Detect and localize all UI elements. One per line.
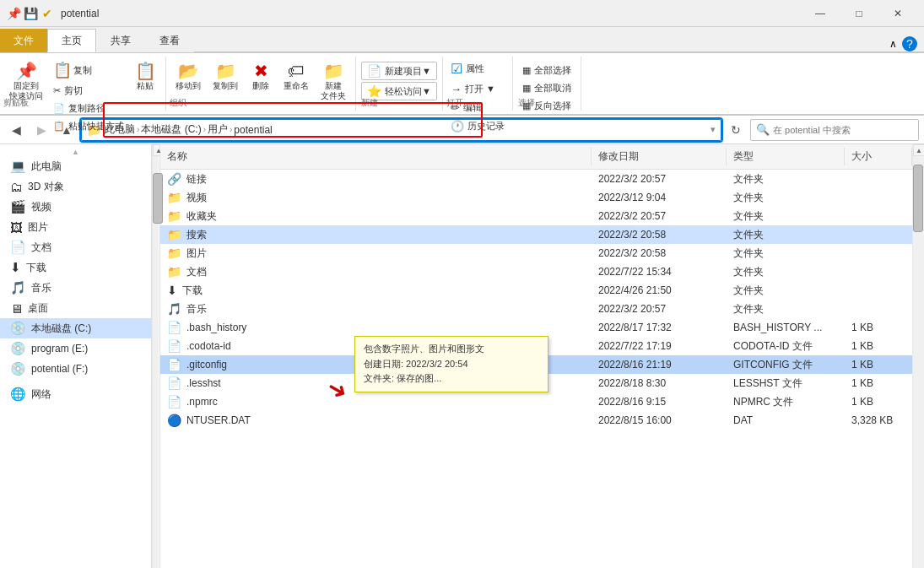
col-size[interactable]: 大小 [845, 148, 912, 165]
file-row-downloads[interactable]: ⬇下载 2022/4/26 21:50 文件夹 [160, 281, 912, 300]
file-row-documents[interactable]: 📁文档 2022/7/22 15:34 文件夹 [160, 262, 912, 281]
cut-button[interactable]: ✂ 剪切 [49, 82, 87, 100]
delete-button[interactable]: ✖ 删除 [244, 58, 278, 95]
sidebar-item-potentialf[interactable]: 💿 potential (F:) [0, 359, 151, 379]
pasteshortcut-button[interactable]: 📋 粘贴快捷方式 [49, 117, 128, 135]
lesshst-icon: 📄 [167, 376, 181, 390]
paste-button[interactable]: 📋 粘贴 [128, 58, 162, 95]
sidebar-item-network[interactable]: 🌐 网络 [0, 384, 151, 404]
title-bar-icons: 📌 💾 ✔ [7, 7, 54, 20]
sidebar-item-thispc[interactable]: 💻 此电脑 [0, 156, 151, 176]
breadcrumb-localc[interactable]: 本地磁盘 (C:) [141, 122, 201, 137]
localc-icon: 💿 [10, 321, 26, 336]
paste-icon: 📋 [53, 121, 65, 132]
breadcrumb-potential[interactable]: potential [234, 124, 272, 136]
file-row-favorites[interactable]: 📁收藏夹 2022/3/2 20:57 文件夹 [160, 207, 912, 225]
tab-share[interactable]: 共享 [96, 29, 145, 52]
sidebar-scroll-up[interactable]: ▲ [0, 148, 151, 156]
copy-button[interactable]: 📋 复制 [49, 58, 96, 82]
file-row-npmrc[interactable]: 📄.npmrc 2022/8/16 9:15 NPMRC 文件 1 KB [160, 392, 912, 411]
search-input[interactable] [773, 125, 913, 135]
3d-icon: 🗂 [10, 180, 23, 194]
file-list-scrollbar[interactable]: ▲ ▼ [912, 144, 924, 568]
search-icon: 🔍 [756, 123, 770, 136]
sidebar-item-localc[interactable]: 💿 本地磁盘 (C:) [0, 318, 151, 338]
gitconfig-icon: 📄 [167, 358, 181, 371]
delete-icon: ✖ [254, 62, 268, 79]
sidebar-item-3d[interactable]: 🗂 3D 对象 [0, 176, 151, 197]
selectnone-icon: ▦ [522, 83, 531, 94]
documents-icon: 📄 [10, 240, 26, 255]
sidebar-item-music[interactable]: 🎵 音乐 [0, 278, 151, 298]
sidebar-item-documents[interactable]: 📄 文档 [0, 237, 151, 257]
col-date[interactable]: 修改日期 [592, 148, 727, 165]
file-row-ntuserdat[interactable]: 🔵NTUSER.DAT 2022/8/15 16:00 DAT 3,328 KB [160, 411, 912, 430]
pin-icon[interactable]: 📌 [7, 7, 20, 20]
save-icon[interactable]: 💾 [24, 7, 37, 20]
sidebar-scrollbar[interactable]: ▲ ▼ [152, 144, 159, 568]
selectall-icon: ▦ [522, 65, 531, 76]
video-icon: 🎬 [10, 199, 26, 214]
col-type[interactable]: 类型 [727, 148, 845, 165]
file-row-music[interactable]: 🎵音乐 2022/3/2 20:57 文件夹 [160, 300, 912, 318]
pin-large-icon: 📌 [16, 62, 37, 79]
selectnone-button[interactable]: ▦ 全部取消 [518, 79, 575, 97]
newitem-button[interactable]: 📄 新建项目▼ [361, 62, 437, 80]
file-row-video[interactable]: 📁视频 2022/3/12 9:04 文件夹 [160, 188, 912, 207]
sidebar-scroll-thumb[interactable] [153, 173, 163, 224]
new-label: 新建 [361, 97, 378, 109]
copyto-button[interactable]: 📁 复制到 [207, 58, 244, 95]
rename-button[interactable]: 🏷 重命名 [278, 58, 315, 95]
tab-view[interactable]: 查看 [145, 29, 194, 52]
file-scroll-up-arrow[interactable]: ▲ [913, 144, 924, 156]
select-group: ▦ 全部选择 ▦ 全部取消 ▦ 反向选择 选择 [513, 57, 581, 111]
sidebar-item-programe[interactable]: 💿 program (E:) [0, 338, 151, 359]
sidebar: ▲ 💻 此电脑 🗂 3D 对象 🎬 视频 🖼 图片 📄 文档 [0, 144, 152, 568]
copypath-button[interactable]: 📄 复制路径 [49, 100, 110, 117]
col-name[interactable]: 名称 [160, 148, 592, 165]
open-button[interactable]: → 打开 ▼ [446, 80, 500, 98]
documents-folder-icon: 📁 [167, 265, 181, 279]
help-icon[interactable]: ? [902, 36, 917, 51]
file-row-lianjie[interactable]: 🔗链接 2022/3/2 20:57 文件夹 [160, 170, 912, 188]
open-icon: → [451, 83, 462, 95]
sidebar-item-downloads[interactable]: ⬇ 下载 [0, 257, 151, 278]
tooltip-popup: 包含数字照片、图片和图形文 创建日期: 2022/3/2 20:54 文件夹: … [354, 336, 548, 392]
moveto-button[interactable]: 📂 移动到 [170, 58, 207, 95]
window-title: potential [61, 8, 801, 19]
tab-file[interactable]: 文件 [0, 29, 47, 52]
file-scroll-thumb[interactable] [913, 165, 923, 232]
sidebar-item-pictures[interactable]: 🖼 图片 [0, 217, 151, 237]
props-button[interactable]: ☑ 属性 [446, 58, 489, 79]
sidebar-item-desktop[interactable]: 🖥 桌面 [0, 298, 151, 318]
search-box[interactable]: 🔍 [750, 119, 919, 141]
maximize-button[interactable]: □ [840, 0, 878, 27]
file-row-bash-history[interactable]: 📄.bash_history 2022/8/17 17:32 BASH_HIST… [160, 318, 912, 337]
pictures-folder-icon: 📁 [167, 246, 181, 260]
paste-large-icon: 📋 [135, 62, 156, 79]
file-scroll-track[interactable] [913, 156, 924, 568]
checkmark-icon[interactable]: ✔ [41, 7, 54, 20]
newfolder-button[interactable]: 📁 新建文件夹 [315, 58, 352, 105]
breadcrumb-users[interactable]: 用户 [208, 122, 228, 137]
title-bar: 📌 💾 ✔ potential — □ ✕ [0, 0, 924, 27]
close-button[interactable]: ✕ [878, 0, 917, 27]
copy-icon: 📋 [53, 61, 72, 79]
refresh-button[interactable]: ↻ [725, 119, 747, 141]
programe-icon: 💿 [10, 341, 26, 356]
sidebar-item-video[interactable]: 🎬 视频 [0, 197, 151, 217]
file-row-pictures[interactable]: 📁图片 2022/3/2 20:58 文件夹 [160, 244, 912, 262]
back-button[interactable]: ◀ [5, 119, 27, 141]
minimize-button[interactable]: — [801, 0, 840, 27]
address-box[interactable]: 📁 此电脑 › 本地磁盘 (C:) › 用户 › potential ▾ [81, 119, 721, 141]
tab-home[interactable]: 主页 [47, 29, 96, 52]
selectall-button[interactable]: ▦ 全部选择 [518, 62, 575, 79]
select-label: 选择 [518, 97, 535, 109]
file-row-search[interactable]: 📁搜索 2022/3/2 20:58 文件夹 [160, 225, 912, 244]
clipboard-label: 剪贴板 [3, 97, 29, 109]
dropdown-arrow-icon[interactable]: ▾ [711, 124, 716, 135]
history-button[interactable]: 🕐 历史记录 [446, 117, 509, 135]
ntuserdat-icon: 🔵 [167, 414, 181, 427]
sidebar-scroll-track[interactable] [153, 156, 159, 568]
ribbon-collapse-icon[interactable]: ∧ [889, 38, 897, 50]
